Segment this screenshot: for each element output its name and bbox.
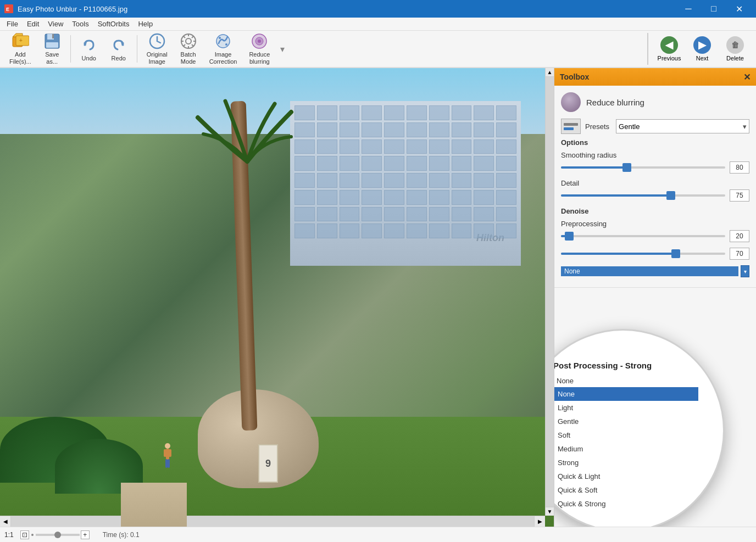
more-tools-button[interactable]: ▾ xyxy=(277,33,288,65)
main-area: // Generate hotel windows via JS since w… xyxy=(0,68,756,527)
scroll-left-button[interactable]: ◀ xyxy=(0,516,11,527)
add-files-icon: + xyxy=(12,32,29,50)
minimize-button[interactable]: ─ xyxy=(676,0,701,18)
detail-value[interactable]: 75 xyxy=(730,189,749,202)
magnifier-none-label: None xyxy=(557,377,574,385)
scroll-down-button[interactable]: ▼ xyxy=(546,507,554,516)
original-image-label: Original Image xyxy=(147,51,168,65)
dropdown-item-medium[interactable]: Medium xyxy=(554,442,698,456)
dropdown-item-quick-soft[interactable]: Quick & Soft xyxy=(554,483,698,497)
save-as-button[interactable]: Save as... xyxy=(38,33,66,65)
window-title: Easy Photo Unblur - P1100665.jpg xyxy=(18,5,127,13)
svg-point-29 xyxy=(165,443,170,449)
dropdown-item-light[interactable]: Light xyxy=(554,401,698,415)
pp-current-value: None xyxy=(564,267,580,275)
smoothing-radius-thumb[interactable] xyxy=(622,163,631,172)
smoothing-radius-track[interactable] xyxy=(561,166,725,169)
zoom-fit-button[interactable]: ⊡ xyxy=(20,530,29,539)
delete-icon: 🗑 xyxy=(726,36,744,54)
svg-point-25 xyxy=(225,43,227,46)
post-processing-fill xyxy=(561,253,676,255)
redo-button[interactable]: Redo xyxy=(105,33,132,65)
scroll-right-button[interactable]: ▶ xyxy=(534,516,545,527)
vertical-scrollbar[interactable]: ▲ ▼ xyxy=(545,68,554,516)
image-correction-icon xyxy=(214,32,232,50)
maximize-button[interactable]: □ xyxy=(701,0,726,18)
toolbox-close-button[interactable]: ✕ xyxy=(743,72,751,82)
post-processing-none-display: None xyxy=(561,266,738,276)
pp-selector: None ▾ xyxy=(561,265,749,277)
zoom-in-button[interactable]: + xyxy=(81,530,90,539)
reduce-blurring-icon xyxy=(251,32,268,50)
smoothing-radius-slider-container: 80 xyxy=(561,161,749,174)
window-controls: ─ □ ✕ xyxy=(676,0,752,18)
reduce-blurring-section: Reduce blurring Presets Gentle ▾ xyxy=(554,86,756,288)
detail-slider-container: 75 xyxy=(561,189,749,202)
scroll-track[interactable] xyxy=(11,516,534,527)
vertical-scroll-track[interactable] xyxy=(546,77,554,507)
toolbar-separator-2 xyxy=(137,35,137,63)
reduce-blurring-button[interactable]: Reduce blurring xyxy=(244,33,275,65)
zoom-slider[interactable] xyxy=(36,534,80,536)
toolbar: + Add File(s)... Save as... Undo xyxy=(0,31,756,68)
presets-row: Presets Gentle ▾ xyxy=(561,119,749,134)
toolbox-panel: Toolbox ✕ Reduce blurring Presets xyxy=(554,68,756,527)
preprocessing-track[interactable] xyxy=(561,235,725,237)
preprocessing-thumb[interactable] xyxy=(565,232,574,241)
batch-mode-button[interactable]: Batch Mode xyxy=(175,33,202,65)
presets-bar-1 xyxy=(564,123,578,126)
presets-dropdown[interactable]: Gentle ▾ xyxy=(616,119,749,133)
dropdown-item-quick-strong[interactable]: Quick & Strong xyxy=(554,497,698,511)
image-panel[interactable]: // Generate hotel windows via JS since w… xyxy=(0,68,554,527)
presets-label: Presets xyxy=(585,122,609,131)
zoom-slider-thumb[interactable] xyxy=(54,532,61,538)
menu-softorbits[interactable]: SoftOrbits xyxy=(93,19,134,29)
post-processing-thumb[interactable] xyxy=(671,249,680,258)
previous-button[interactable]: ◀ Previous xyxy=(653,33,686,65)
svg-rect-9 xyxy=(46,42,58,48)
dropdown-item-gentle[interactable]: Gentle xyxy=(554,415,698,428)
post-processing-dropdown-button[interactable]: ▾ xyxy=(741,265,749,277)
post-processing-track[interactable] xyxy=(561,253,725,255)
preprocessing-label: Preprocessing xyxy=(561,220,749,228)
menu-help[interactable]: Help xyxy=(134,19,157,29)
original-image-button[interactable]: Original Image xyxy=(142,33,173,65)
horizontal-scrollbar[interactable]: ◀ ▶ xyxy=(0,516,545,527)
sign-post: 9 xyxy=(258,444,278,483)
dropdown-item-soft[interactable]: Soft xyxy=(554,428,698,442)
post-processing-value[interactable]: 70 xyxy=(730,248,749,260)
menu-tools[interactable]: Tools xyxy=(68,19,93,29)
svg-point-28 xyxy=(258,40,261,43)
detail-thumb[interactable] xyxy=(666,191,675,200)
image-correction-button[interactable]: Image Correction xyxy=(204,33,242,65)
preprocessing-value[interactable]: 20 xyxy=(730,230,749,242)
svg-rect-8 xyxy=(52,34,54,38)
next-button[interactable]: ▶ Next xyxy=(686,33,719,65)
person xyxy=(162,443,173,472)
reduce-blurring-label: Reduce blurring xyxy=(249,51,270,65)
dropdown-item-none[interactable]: None xyxy=(554,387,698,401)
undo-button[interactable]: Undo xyxy=(75,33,103,65)
palm-fronds xyxy=(192,96,302,178)
menu-view[interactable]: View xyxy=(43,19,68,29)
add-files-button[interactable]: + Add File(s)... xyxy=(4,33,36,65)
menu-file[interactable]: File xyxy=(2,19,23,29)
delete-label: Delete xyxy=(726,55,744,62)
dropdown-item-strong[interactable]: Strong xyxy=(554,456,698,470)
batch-mode-label: Batch Mode xyxy=(181,51,196,65)
previous-icon: ◀ xyxy=(660,36,678,54)
presets-icon xyxy=(561,119,581,134)
delete-button[interactable]: 🗑 Delete xyxy=(719,33,752,65)
dropdown-item-quick-light[interactable]: Quick & Light xyxy=(554,470,698,483)
detail-track[interactable] xyxy=(561,194,725,197)
undo-label: Undo xyxy=(82,55,96,62)
menu-bar: File Edit View Tools SoftOrbits Help xyxy=(0,18,756,31)
tool-header: Reduce blurring xyxy=(561,92,749,112)
svg-rect-33 xyxy=(165,459,168,468)
smoothing-radius-row: Smoothing radius 80 xyxy=(561,151,749,174)
smoothing-radius-value[interactable]: 80 xyxy=(730,161,749,174)
close-button[interactable]: ✕ xyxy=(726,0,752,18)
scroll-up-button[interactable]: ▲ xyxy=(546,68,554,77)
menu-edit[interactable]: Edit xyxy=(23,19,43,29)
undo-icon xyxy=(80,36,98,54)
